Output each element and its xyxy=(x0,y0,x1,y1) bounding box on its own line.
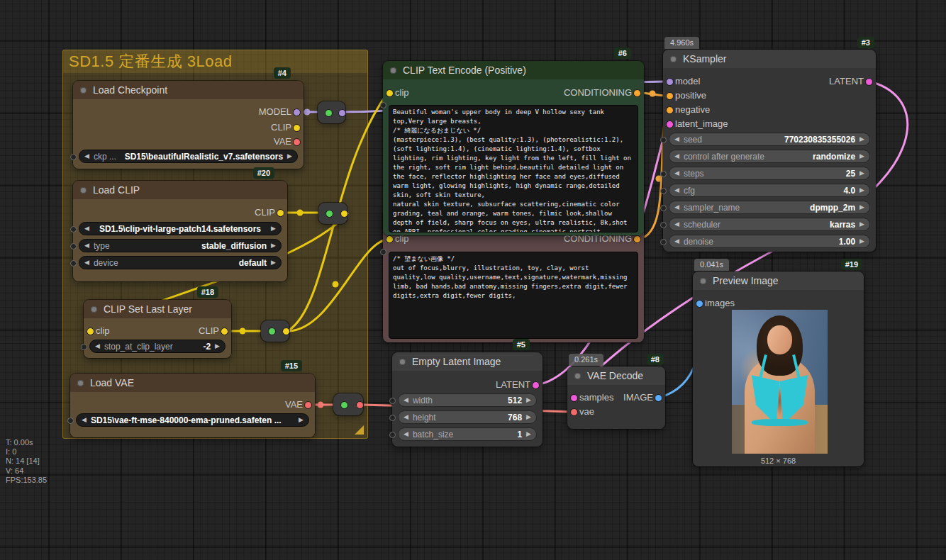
prev-arrow-icon[interactable]: ◀ xyxy=(82,413,87,427)
next-arrow-icon[interactable]: ▶ xyxy=(859,235,864,248)
node-titlebar[interactable]: Load Checkpoint xyxy=(73,81,304,99)
output-port-model[interactable] xyxy=(293,108,301,116)
reroute-clip-1[interactable] xyxy=(318,203,347,224)
next-arrow-icon[interactable]: ▶ xyxy=(271,256,276,269)
node-clip-text-encode-positive[interactable]: #6 CLIP Text Encode (Positive) clip COND… xyxy=(383,61,644,235)
denoise-widget[interactable]: ◀ denoise 1.00 ▶ xyxy=(669,235,870,248)
reroute-vae[interactable] xyxy=(333,393,363,415)
next-arrow-icon[interactable]: ▶ xyxy=(859,150,864,163)
node-collapse-dot[interactable] xyxy=(399,359,406,365)
next-arrow-icon[interactable]: ▶ xyxy=(859,167,864,180)
prev-arrow-icon[interactable]: ◀ xyxy=(674,150,679,163)
node-collapse-dot[interactable] xyxy=(80,187,87,194)
node-collapse-dot[interactable] xyxy=(670,56,677,62)
clip-device-widget[interactable]: ◀ device default ▶ xyxy=(79,256,282,269)
seed-widget[interactable]: ◀ seed 770230835355026 ▶ xyxy=(669,133,870,146)
node-load-checkpoint[interactable]: #4 Load Checkpoint MODEL CLIP VAE ◀ ckp … xyxy=(73,81,304,169)
reroute-input-dot[interactable] xyxy=(325,210,333,218)
next-arrow-icon[interactable]: ▶ xyxy=(859,218,864,231)
input-port-positive[interactable] xyxy=(666,92,674,100)
reroute-input-dot[interactable] xyxy=(268,327,276,335)
reroute-model[interactable] xyxy=(318,101,345,123)
output-port-clip[interactable] xyxy=(293,124,301,132)
output-port-conditioning[interactable] xyxy=(633,235,641,243)
node-clip-set-last-layer[interactable]: #18 CLIP Set Last Layer clip CLIP ◀ stop… xyxy=(84,300,231,358)
node-load-clip[interactable]: #20 Load CLIP CLIP ◀ SD1.5\clip-vit-larg… xyxy=(73,181,287,281)
input-port-images[interactable] xyxy=(696,300,703,308)
batch-size-widget[interactable]: ◀ batch_size 1 ▶ xyxy=(398,427,537,441)
input-port-clip[interactable] xyxy=(87,327,94,335)
output-port-latent[interactable] xyxy=(532,381,540,389)
input-port-negative[interactable] xyxy=(666,106,674,114)
next-arrow-icon[interactable]: ▶ xyxy=(271,222,276,235)
output-port-conditioning[interactable] xyxy=(633,89,641,97)
node-titlebar[interactable]: CLIP Set Last Layer xyxy=(84,300,231,318)
reroute-output-dot[interactable] xyxy=(338,109,346,117)
width-widget[interactable]: ◀ width 512 ▶ xyxy=(398,393,537,407)
input-port-latent-image[interactable] xyxy=(666,121,674,128)
reroute-input-dot[interactable] xyxy=(340,401,348,409)
control-after-generate-widget[interactable]: ◀ control after generate randomize ▶ xyxy=(669,150,870,163)
next-arrow-icon[interactable]: ▶ xyxy=(859,201,864,214)
node-titlebar[interactable]: VAE Decode xyxy=(567,366,665,385)
node-titlebar[interactable]: Load VAE xyxy=(70,374,315,392)
node-collapse-dot[interactable] xyxy=(574,373,581,379)
next-arrow-icon[interactable]: ▶ xyxy=(526,410,531,424)
output-port-clip[interactable] xyxy=(277,209,284,217)
next-arrow-icon[interactable]: ▶ xyxy=(271,239,276,252)
output-port-vae[interactable] xyxy=(304,401,312,409)
node-collapse-dot[interactable] xyxy=(700,278,706,284)
reroute-input-dot[interactable] xyxy=(325,109,333,117)
node-collapse-dot[interactable] xyxy=(91,306,97,313)
input-port-model[interactable] xyxy=(666,78,674,86)
negative-prompt-textarea[interactable]: /* 望まない画像 */ out of focus,blurry, illust… xyxy=(389,252,638,339)
prev-arrow-icon[interactable]: ◀ xyxy=(674,167,679,180)
next-arrow-icon[interactable]: ▶ xyxy=(215,340,220,353)
output-port-vae[interactable] xyxy=(293,138,301,146)
scheduler-widget[interactable]: ◀ scheduler karras ▶ xyxy=(669,218,870,231)
clip-name-widget[interactable]: ◀ SD1.5\clip-vit-large-patch14.safetenso… xyxy=(79,222,282,235)
height-widget[interactable]: ◀ height 768 ▶ xyxy=(398,410,537,424)
output-port-clip[interactable] xyxy=(221,327,228,335)
prev-arrow-icon[interactable]: ◀ xyxy=(404,427,408,441)
clip-type-widget[interactable]: ◀ type stable_diffusion ▶ xyxy=(79,239,282,252)
prev-arrow-icon[interactable]: ◀ xyxy=(674,235,679,248)
reroute-output-dot[interactable] xyxy=(356,401,364,409)
node-ksampler[interactable]: 4.960s #3 KSampler model positive negati… xyxy=(663,50,876,252)
prev-arrow-icon[interactable]: ◀ xyxy=(404,410,408,424)
prev-arrow-icon[interactable]: ◀ xyxy=(674,133,679,146)
node-titlebar[interactable]: Empty Latent Image xyxy=(392,352,542,371)
node-empty-latent-image[interactable]: #5 Empty Latent Image LATENT ◀ width 512… xyxy=(392,352,542,447)
node-load-vae[interactable]: #15 Load VAE VAE ◀ SD15\vae-ft-mse-84000… xyxy=(70,374,315,437)
reroute-output-dot[interactable] xyxy=(340,210,348,218)
steps-widget[interactable]: ◀ steps 25 ▶ xyxy=(669,167,870,180)
prev-arrow-icon[interactable]: ◀ xyxy=(84,150,89,163)
node-collapse-dot[interactable] xyxy=(77,380,84,386)
prev-arrow-icon[interactable]: ◀ xyxy=(674,218,679,231)
next-arrow-icon[interactable]: ▶ xyxy=(287,150,292,163)
prev-arrow-icon[interactable]: ◀ xyxy=(404,393,408,407)
reroute-clip-2[interactable] xyxy=(261,320,289,342)
input-port-samples[interactable] xyxy=(570,394,578,402)
cfg-widget[interactable]: ◀ cfg 4.0 ▶ xyxy=(669,184,870,197)
prev-arrow-icon[interactable]: ◀ xyxy=(84,256,89,269)
next-arrow-icon[interactable]: ▶ xyxy=(299,413,304,427)
node-titlebar[interactable]: KSampler xyxy=(663,50,876,68)
next-arrow-icon[interactable]: ▶ xyxy=(526,393,531,407)
prev-arrow-icon[interactable]: ◀ xyxy=(674,201,679,214)
vae-name-widget[interactable]: ◀ SD15\vae-ft-mse-840000-ema-pruned.safe… xyxy=(76,413,309,427)
prev-arrow-icon[interactable]: ◀ xyxy=(95,340,100,353)
node-titlebar[interactable]: Preview Image xyxy=(693,271,864,290)
input-port-clip[interactable] xyxy=(386,235,394,243)
stop-at-clip-layer-widget[interactable]: ◀ stop_at_clip_layer -2 ▶ xyxy=(89,340,226,353)
reroute-output-dot[interactable] xyxy=(282,327,290,335)
output-port-image[interactable] xyxy=(655,394,662,402)
input-port-vae[interactable] xyxy=(570,408,578,416)
output-port-latent[interactable] xyxy=(865,78,873,86)
input-port-clip[interactable] xyxy=(386,89,394,97)
node-titlebar[interactable]: Load CLIP xyxy=(73,181,287,199)
node-graph-canvas[interactable]: SD1.5 定番生成 3Load T: 0.00s I: 0 N: 14 [14… xyxy=(0,0,946,560)
positive-prompt-textarea[interactable]: Beautiful woman's upper body in deep V h… xyxy=(389,105,638,233)
node-titlebar[interactable]: CLIP Text Encode (Positive) xyxy=(383,61,644,79)
prev-arrow-icon[interactable]: ◀ xyxy=(84,222,89,235)
